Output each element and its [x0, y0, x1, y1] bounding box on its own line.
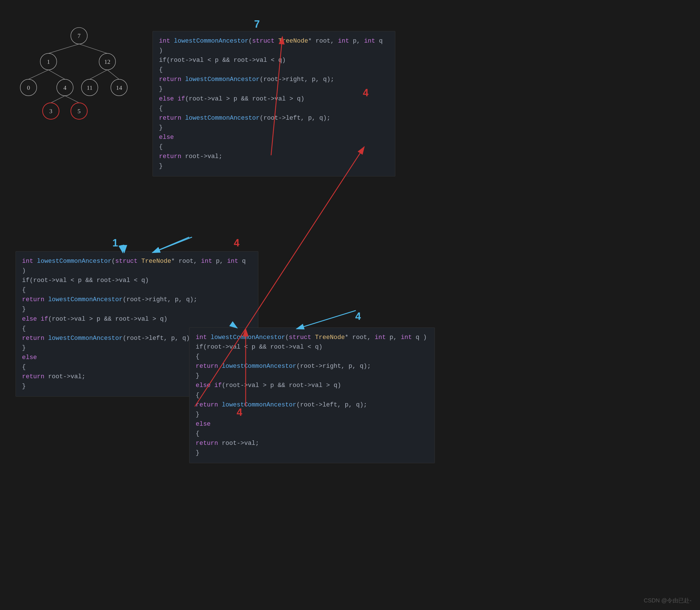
svg-line-5: [107, 70, 119, 79]
code-line: }: [196, 410, 428, 419]
code-line: {: [22, 285, 252, 295]
svg-text:14: 14: [116, 84, 122, 91]
code-line: else if(root->val > p && root->val > q): [159, 94, 389, 104]
watermark: CSDN @令由已赴-: [644, 597, 691, 604]
code-line: }: [159, 123, 389, 133]
code-line: int lowestCommonAncestor(struct TreeNode…: [22, 257, 252, 276]
code-line: {: [196, 429, 428, 439]
svg-text:12: 12: [104, 59, 110, 65]
svg-text:4: 4: [64, 84, 67, 91]
svg-line-33: [153, 237, 189, 253]
code-line: }: [22, 305, 252, 314]
svg-text:11: 11: [87, 84, 93, 91]
svg-text:7: 7: [78, 32, 81, 39]
step-label-4d: 4: [237, 406, 242, 418]
svg-line-2: [29, 70, 49, 79]
code-block-top: int lowestCommonAncestor(struct TreeNode…: [153, 31, 395, 176]
code-line: else if(root->val > p && root->val > q): [22, 315, 252, 324]
code-line: return lowestCommonAncestor(root->right,…: [22, 295, 252, 305]
code-line: return lowestCommonAncestor(root->left, …: [159, 113, 389, 123]
svg-text:5: 5: [78, 108, 81, 115]
svg-line-4: [90, 70, 108, 79]
code-line: return root->val;: [159, 152, 389, 161]
step-label-4a: 4: [363, 87, 368, 99]
svg-line-1: [79, 44, 107, 53]
code-block-bottom-right: int lowestCommonAncestor(struct TreeNode…: [189, 327, 435, 463]
code-line: int lowestCommonAncestor(struct TreeNode…: [196, 333, 428, 342]
svg-text:0: 0: [27, 84, 30, 91]
code-line: else if(root->val > p && root->val > q): [196, 381, 428, 390]
step-label-4c: 4: [355, 310, 361, 322]
code-line: {: [159, 65, 389, 75]
svg-line-34: [297, 310, 356, 329]
code-line: if(root->val < p && root->val < q): [196, 342, 428, 352]
code-line: }: [159, 161, 389, 171]
code-line: {: [159, 142, 389, 152]
step-label-4b: 4: [234, 237, 239, 249]
code-line: }: [196, 371, 428, 381]
code-line: {: [196, 391, 428, 400]
svg-text:3: 3: [49, 108, 52, 115]
code-line: {: [196, 352, 428, 362]
code-line: else: [159, 133, 389, 142]
tree-diagram: 7 1 12 0 4 11 14 3 5: [9, 17, 150, 130]
code-line: return lowestCommonAncestor(root->left, …: [196, 400, 428, 410]
code-line: if(root->val < p && root->val < q): [22, 276, 252, 285]
code-line: else: [196, 419, 428, 429]
code-line: {: [159, 104, 389, 113]
svg-line-3: [49, 70, 65, 79]
svg-line-0: [49, 44, 79, 53]
svg-line-6: [51, 96, 65, 103]
code-line: if(root->val < p && root->val < q): [159, 55, 389, 65]
code-line: }: [159, 84, 389, 94]
code-line: return root->val;: [196, 439, 428, 448]
svg-text:1: 1: [47, 59, 50, 65]
code-line: }: [196, 448, 428, 458]
svg-line-7: [65, 96, 79, 103]
tree-svg: 7 1 12 0 4 11 14 3 5: [9, 17, 150, 130]
code-line: int lowestCommonAncestor(struct TreeNode…: [159, 36, 389, 55]
step-label-7: 7: [254, 18, 260, 30]
code-line: return lowestCommonAncestor(root->right,…: [159, 75, 389, 84]
code-line: return lowestCommonAncestor(root->right,…: [196, 362, 428, 371]
step-label-1: 1: [112, 237, 118, 249]
